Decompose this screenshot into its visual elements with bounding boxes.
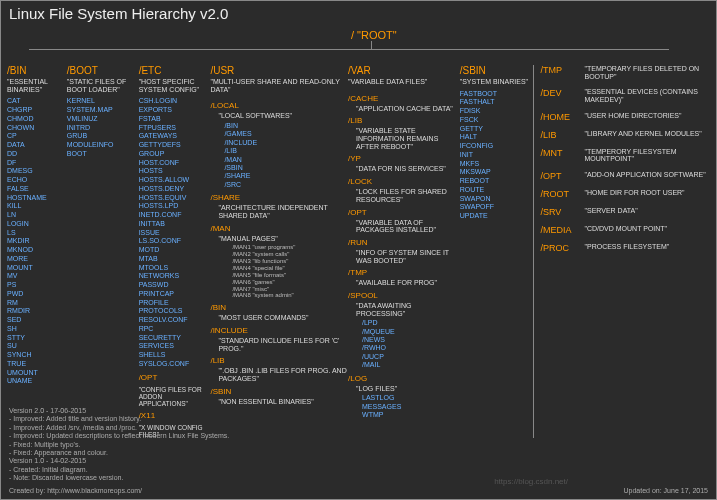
list-item: CHGRP — [7, 106, 67, 115]
list-item: SYSTEM.MAP — [67, 106, 139, 115]
right-desc: "USER HOME DIRECTORIES" — [584, 112, 710, 122]
list-item: VMLINUZ — [67, 115, 139, 124]
list-item: PRINTCAP — [139, 290, 211, 299]
list-item: /MAN2 "system calls" — [232, 251, 348, 258]
list-item: HOST.CONF — [139, 159, 211, 168]
list-item: SWAPOFF — [460, 203, 534, 212]
list-item: FSTAB — [139, 115, 211, 124]
list-item: /NEWS — [362, 336, 460, 344]
list-item: REBOOT — [460, 177, 534, 186]
list-item: ECHO — [7, 176, 67, 185]
var-sub-desc: "INFO OF SYSTEM SINCE IT WAS BOOTED" — [356, 249, 460, 264]
list-item: DD — [7, 150, 67, 159]
usr-sub-head: /LIB — [210, 356, 348, 365]
list-item: GETTYDEFS — [139, 141, 211, 150]
list-item: /RWHO — [362, 344, 460, 352]
list-item: HALT — [460, 133, 534, 142]
right-row: /ROOT"HOME DIR FOR ROOT USER" — [540, 189, 710, 199]
right-row: /OPT"ADD-ON APPLICATION SOFTWARE" — [540, 171, 710, 181]
tree-hline — [29, 49, 669, 50]
col-head-var: /VAR — [348, 65, 460, 76]
boot-items: KERNELSYSTEM.MAPVMLINUZINITRDGRUBMODULEI… — [67, 97, 139, 158]
list-item: GRUB — [67, 132, 139, 141]
list-item: SU — [7, 342, 67, 351]
list-item: MKDIR — [7, 237, 67, 246]
list-item: /INCLUDE — [224, 139, 348, 147]
col-desc-var: "VARIABLE DATA FILES" — [348, 78, 460, 86]
right-rows: /TMP"TEMPORARY FILES DELETED ON BOOTUP"/… — [540, 65, 710, 261]
col-desc-boot: "STATIC FILES OF BOOT LOADER" — [67, 78, 139, 93]
var-sub-head: /LOCK — [348, 177, 460, 186]
col-usr: /USR "MULTI-USER SHARE AND READ-ONLY DAT… — [210, 65, 348, 438]
list-item: PS — [7, 281, 67, 290]
list-item: /MAIL — [362, 361, 460, 369]
col-boot: /BOOT "STATIC FILES OF BOOT LOADER" KERN… — [67, 65, 139, 438]
list-item: MTAB — [139, 255, 211, 264]
right-head: /MEDIA — [540, 225, 584, 235]
usr-sub-desc: "'.OBJ .BIN .LIB FILES FOR PROG. AND PAC… — [218, 367, 348, 382]
right-desc: "CD/DVD MOUNT POINT" — [584, 225, 710, 235]
list-item: RM — [7, 299, 67, 308]
footer-credit: Created by: http://www.blackmoreops.com/ — [9, 487, 708, 495]
var-sub-head: /LIB — [348, 116, 460, 125]
right-desc: "PROCESS FILESYSTEM" — [584, 243, 710, 253]
list-item: KILL — [7, 202, 67, 211]
col-head-boot: /BOOT — [67, 65, 139, 76]
usr-sub-head: /BIN — [210, 303, 348, 312]
list-item: IFCONFIG — [460, 142, 534, 151]
var-sub-head: /TMP — [348, 268, 460, 277]
list-item: CP — [7, 132, 67, 141]
list-item: /MAN6 "games" — [232, 279, 348, 286]
footer-line: - Fixed: Appearance and colour. — [9, 449, 708, 457]
list-item: GROUP — [139, 150, 211, 159]
list-item: SED — [7, 316, 67, 325]
list-item: LS.SO.CONF — [139, 237, 211, 246]
list-item: MKFS — [460, 160, 534, 169]
right-row: /PROC"PROCESS FILESYSTEM" — [540, 243, 710, 253]
footer-line: - Fixed: Multiple typo's. — [9, 441, 708, 449]
col-bin: /BIN "ESSENTIAL BINARIES" CATCHGRPCHMODC… — [7, 65, 67, 438]
diagram-page: Linux File System Hierarchy v2.0 / "ROOT… — [0, 0, 717, 500]
list-item: /MQUEUE — [362, 328, 460, 336]
footer-version: Version 2.0 - 17-06-2015- Improved: Adde… — [9, 407, 708, 483]
list-item: /UUCP — [362, 353, 460, 361]
list-item: /SHARE — [224, 172, 348, 180]
list-item: PROTOCOLS — [139, 307, 211, 316]
col-right: /TMP"TEMPORARY FILES DELETED ON BOOTUP"/… — [533, 65, 710, 438]
sbin-items: FASTBOOTFASTHALTFDISKFSCKGETTYHALTIFCONF… — [460, 90, 534, 221]
list-item: /LIB — [224, 147, 348, 155]
etc-opt-desc: "CONFIG FILES FOR ADDON APPLICATIONS" — [139, 386, 211, 407]
var-sub-head: /YP — [348, 154, 460, 163]
list-item: MODULEINFO — [67, 141, 139, 150]
usr-subs: /LOCAL"LOCAL SOFTWARES"/BIN/GAMES/INCLUD… — [210, 97, 348, 407]
bin-items: CATCHGRPCHMODCHOWNCPDATADDDFDMESGECHOFAL… — [7, 97, 67, 386]
list-item: INETD.CONF — [139, 211, 211, 220]
list-item: INITRD — [67, 124, 139, 133]
list-item: /MAN3 "lib functions" — [232, 258, 348, 265]
list-item: SWAPON — [460, 195, 534, 204]
col-head-bin: /BIN — [7, 65, 67, 76]
list-item: CHOWN — [7, 124, 67, 133]
col-desc-sbin: "SYSTEM BINARIES" — [460, 78, 534, 86]
var-sub-desc: "LOCK FILES FOR SHARED RESOURCES" — [356, 188, 460, 203]
right-head: /ROOT — [540, 189, 584, 199]
list-item: DF — [7, 159, 67, 168]
list-item: MKSWAP — [460, 168, 534, 177]
list-item: HOSTS.DENY — [139, 185, 211, 194]
list-item: SH — [7, 325, 67, 334]
right-desc: "TEMPORARY FILES DELETED ON BOOTUP" — [584, 65, 710, 80]
right-row: /HOME"USER HOME DIRECTORIES" — [540, 112, 710, 122]
right-desc: "TEMPERORY FILESYSTEM MOUNTPOINT" — [584, 148, 710, 163]
list-item: PROFILE — [139, 299, 211, 308]
right-head: /MNT — [540, 148, 584, 163]
list-item: /SBIN — [224, 164, 348, 172]
right-row: /DEV"ESSENTIAL DEVICES (CONTAINS MAKEDEV… — [540, 88, 710, 103]
list-item: TRUE — [7, 360, 67, 369]
list-item: HOSTS.EQUIV — [139, 194, 211, 203]
usr-sub-head: /INCLUDE — [210, 326, 348, 335]
list-item: RPC — [139, 325, 211, 334]
usr-sub-head: /SHARE — [210, 193, 348, 202]
footer-line: - Improved: Added title and version hist… — [9, 415, 708, 423]
list-item: LASTLOG — [362, 394, 460, 402]
usr-sub-desc: "NON ESSENTIAL BINARIES" — [218, 398, 348, 406]
